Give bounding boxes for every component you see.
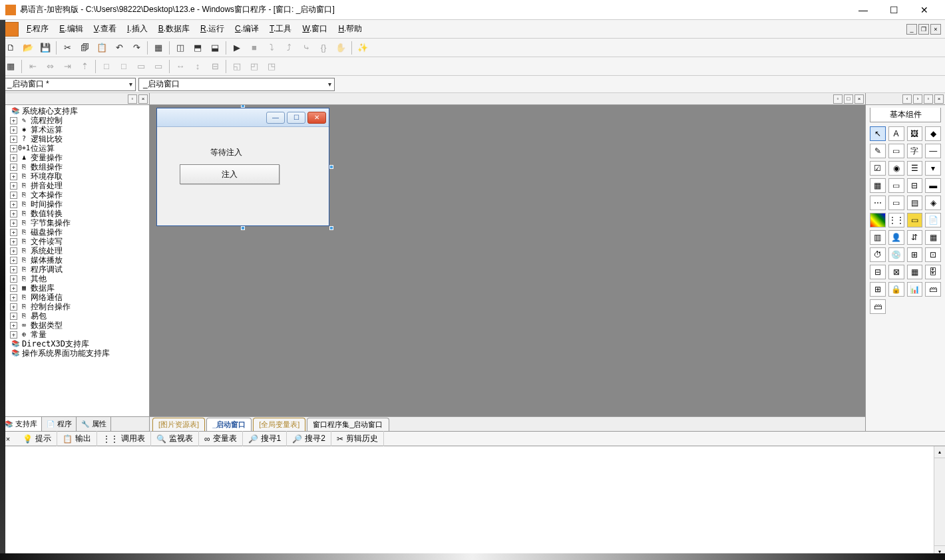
palette-component-button[interactable] <box>870 213 886 227</box>
menu-item[interactable]: B.数据库 <box>153 21 195 36</box>
tree-item[interactable]: +⎘字节集操作 <box>1 218 148 227</box>
tree-item[interactable]: +▦数据库 <box>1 283 148 293</box>
tree-item[interactable]: +⎘时间操作 <box>1 200 148 209</box>
combo-component-button[interactable]: ▾ <box>925 161 941 176</box>
same-size-button[interactable]: ▭ <box>133 59 149 74</box>
table-component-button[interactable]: ⊞ <box>870 282 886 297</box>
port-component-button[interactable]: ⊞ <box>907 247 923 262</box>
tree-item[interactable]: +⎘易包 <box>1 311 148 321</box>
frame-component-button[interactable]: ◈ <box>925 196 941 210</box>
tree-item[interactable]: +⎘数值转换 <box>1 209 148 218</box>
menu-item[interactable]: E.编辑 <box>54 21 88 36</box>
tree-item[interactable]: +♟变量操作 <box>1 153 148 162</box>
left-tab[interactable]: 📚支持库 <box>0 417 42 431</box>
align-center-button[interactable]: ⇔ <box>42 59 58 74</box>
bottom-tab[interactable]: ✂剪辑历史 <box>331 431 384 446</box>
font-component-button[interactable]: 👤 <box>888 230 904 245</box>
tree-item[interactable]: +✎流程控制 <box>1 116 148 125</box>
tree-item[interactable]: +⎘文本操作 <box>1 190 148 200</box>
panel-pin-button[interactable]: ▫ <box>128 94 137 104</box>
db-component-button[interactable]: 🗄 <box>925 265 941 279</box>
editor-tab[interactable]: [全局变量表] <box>253 418 305 431</box>
copy-button[interactable]: 🗐 <box>77 41 93 55</box>
tree-item[interactable]: +⎘系统处理 <box>1 246 148 255</box>
front-button[interactable]: ◱ <box>229 59 245 74</box>
object-selector-combo[interactable]: _启动窗口 * <box>3 78 136 91</box>
break-button[interactable]: {} <box>315 41 331 55</box>
hand-button[interactable]: ✋ <box>333 41 349 55</box>
paste-button[interactable]: 📋 <box>94 41 110 55</box>
shape-component-button[interactable]: ◆ <box>925 126 941 141</box>
resize-handle-bottom[interactable] <box>241 226 245 230</box>
tree-item[interactable]: +⊕常量 <box>1 330 148 339</box>
doc-component-button[interactable]: 📄 <box>925 213 941 227</box>
menu-item[interactable]: F.程序 <box>21 21 54 36</box>
layout2-button[interactable]: ⬒ <box>190 41 206 55</box>
tree-item[interactable]: +0+1位运算 <box>1 144 148 153</box>
bottom-tab[interactable]: ∞变量表 <box>199 431 243 446</box>
tree-item[interactable]: +⎘拼音处理 <box>1 181 148 190</box>
updown-component-button[interactable]: ⇵ <box>907 230 923 245</box>
image-component-button[interactable]: 🖼 <box>907 126 923 141</box>
grid-component-button[interactable]: ▦ <box>870 178 886 193</box>
canvas-component-button[interactable]: ▥ <box>870 230 886 245</box>
tree-item[interactable]: +⎘磁盘操作 <box>1 227 148 237</box>
step-over-button[interactable]: ⤴ <box>281 41 297 55</box>
property-selector-combo[interactable]: _启动窗口 <box>138 78 335 91</box>
resize-handle-top[interactable] <box>241 105 245 108</box>
tree-item[interactable]: 📚DirectX3D支持库 <box>1 339 148 349</box>
mdi-close-button[interactable]: × <box>930 24 941 35</box>
line-component-button[interactable]: — <box>925 144 941 158</box>
editor-tab[interactable]: [图片资源表] <box>152 418 205 431</box>
menu-item[interactable]: T.工具 <box>264 21 297 36</box>
menu-item[interactable]: I.插入 <box>122 21 153 36</box>
client-component-button[interactable]: ⊠ <box>888 265 904 279</box>
menu-item[interactable]: R.运行 <box>195 21 230 36</box>
mdi-minimize-button[interactable]: _ <box>906 24 917 35</box>
tree-item[interactable]: +⎘数组操作 <box>1 162 148 172</box>
tree-item[interactable]: 📚系统核心支持库 <box>1 106 148 116</box>
slider-component-button[interactable]: ⊟ <box>907 178 923 193</box>
panel-close-button[interactable]: × <box>138 94 148 104</box>
bottom-tab[interactable]: 🔍监视表 <box>151 431 199 446</box>
save-file-button[interactable]: 💾 <box>37 41 53 55</box>
disk-component-button[interactable]: 💿 <box>888 247 904 262</box>
center-h-button[interactable]: ⊟ <box>207 59 223 74</box>
dir-component-button[interactable]: ▭ <box>907 213 923 227</box>
redo-button[interactable]: ↷ <box>128 41 144 55</box>
view-button[interactable]: ▦ <box>150 41 166 55</box>
bottom-tab[interactable]: 🔎搜寻1 <box>243 431 287 446</box>
socket-component-button[interactable]: ⊟ <box>870 265 886 279</box>
same-width-button[interactable]: ▭ <box>150 59 166 74</box>
tree-item[interactable]: +⎘其他 <box>1 274 148 283</box>
tree-component-button[interactable]: ⋮⋮ <box>888 213 904 227</box>
panel-max-button[interactable]: □ <box>844 94 853 104</box>
step-button[interactable]: ⤵ <box>264 41 280 55</box>
radio-component-button[interactable]: ◉ <box>888 161 904 176</box>
spacing-v-button[interactable]: ↕ <box>190 59 206 74</box>
label-component-button[interactable]: A <box>888 126 904 141</box>
form-design-area[interactable]: — ☐ ✕ 等待注入 注入 <box>150 105 865 416</box>
bottom-tab[interactable]: 💡提示 <box>17 431 57 446</box>
tree-item[interactable]: 📚操作系统界面功能支持库 <box>1 349 148 358</box>
menu-item[interactable]: H.帮助 <box>333 21 367 36</box>
output-area[interactable] <box>0 446 945 557</box>
minimize-button[interactable]: — <box>848 0 878 20</box>
odbc2-component-button[interactable]: 🗃 <box>870 299 886 314</box>
panel-prev-button[interactable]: ‹ <box>902 94 912 104</box>
net-component-button[interactable]: ⊡ <box>925 247 941 262</box>
editor-tab[interactable]: _启动窗口 <box>206 418 252 431</box>
align-left-button[interactable]: ⇤ <box>25 59 41 74</box>
left-tab[interactable]: 📄程序 <box>42 417 77 431</box>
tree-item[interactable]: +⎘环境存取 <box>1 172 148 181</box>
memo-component-button[interactable]: ▭ <box>888 144 904 158</box>
back-button[interactable]: ◰ <box>246 59 262 74</box>
tree-item[interactable]: +∞数据类型 <box>1 321 148 330</box>
button-component-button[interactable]: ▭ <box>888 178 904 193</box>
tree-item[interactable]: +⎘程序调试 <box>1 265 148 274</box>
panel-pin-button[interactable]: ▫ <box>924 94 933 104</box>
editor-tab[interactable]: 窗口程序集_启动窗口 <box>307 418 389 431</box>
layout1-button[interactable]: ◫ <box>172 41 188 55</box>
tree-item[interactable]: +⎘文件读写 <box>1 237 148 246</box>
panel-component-button[interactable]: ▭ <box>888 196 904 210</box>
